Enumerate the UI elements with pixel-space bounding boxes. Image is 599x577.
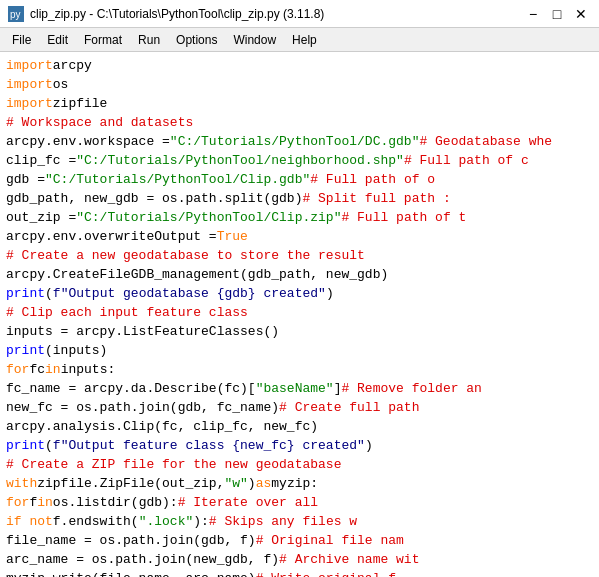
code-line: with zipfile.ZipFile(out_zip, "w") as my…: [6, 474, 593, 493]
code-token: if not: [6, 512, 53, 531]
code-token: inputs:: [61, 360, 116, 379]
code-token: print: [6, 341, 45, 360]
code-token: ): [326, 284, 334, 303]
code-token: arcpy.env.workspace =: [6, 132, 170, 151]
title-bar-left: py clip_zip.py - C:\Tutorials\PythonTool…: [8, 6, 324, 22]
code-token: # Workspace and datasets: [6, 113, 193, 132]
code-token: ):: [193, 512, 209, 531]
code-token: # Skips any files w: [209, 512, 357, 531]
code-token: # Clip each input feature class: [6, 303, 248, 322]
code-token: # Full path of c: [404, 151, 529, 170]
code-token: f"Output feature class {new_fc} created": [53, 436, 365, 455]
code-token: f.endswith(: [53, 512, 139, 531]
code-token: in: [37, 493, 53, 512]
maximize-button[interactable]: □: [547, 6, 567, 22]
code-token: fc: [29, 360, 45, 379]
window-controls: − □ ✕: [523, 6, 591, 22]
code-token: "C:/Tutorials/PythonTool/Clip.gdb": [45, 170, 310, 189]
code-line: # Create a ZIP file for the new geodatab…: [6, 455, 593, 474]
code-token: os: [53, 75, 69, 94]
menu-item-window[interactable]: Window: [225, 31, 284, 49]
code-line: arcpy.CreateFileGDB_management(gdb_path,…: [6, 265, 593, 284]
code-token: # Full path of t: [341, 208, 466, 227]
menu-item-options[interactable]: Options: [168, 31, 225, 49]
code-token: zipfile.ZipFile(out_zip,: [37, 474, 224, 493]
code-token: (inputs): [45, 341, 107, 360]
code-line: fc_name = arcpy.da.Describe(fc)["baseNam…: [6, 379, 593, 398]
code-line: arcpy.analysis.Clip(fc, clip_fc, new_fc): [6, 417, 593, 436]
code-token: # Geodatabase whe: [419, 132, 552, 151]
code-token: arcpy.env.overwriteOutput =: [6, 227, 217, 246]
code-token: arc_name = os.path.join(new_gdb, f): [6, 550, 279, 569]
code-line: arcpy.env.overwriteOutput = True: [6, 227, 593, 246]
code-token: ]: [334, 379, 342, 398]
code-token: import: [6, 75, 53, 94]
code-line: print(f"Output feature class {new_fc} cr…: [6, 436, 593, 455]
code-token: # Original file nam: [256, 531, 404, 550]
code-token: clip_fc =: [6, 151, 76, 170]
code-token: in: [45, 360, 61, 379]
code-token: myzip.write(file_name, arc_name): [6, 569, 256, 577]
code-token: arcpy: [53, 56, 92, 75]
code-token: with: [6, 474, 37, 493]
code-token: ): [365, 436, 373, 455]
code-line: new_fc = os.path.join(gdb, fc_name) # Cr…: [6, 398, 593, 417]
code-line: import os: [6, 75, 593, 94]
code-token: # Full path of o: [310, 170, 435, 189]
code-token: ): [248, 474, 256, 493]
code-token: f: [29, 493, 37, 512]
code-line: # Workspace and datasets: [6, 113, 593, 132]
code-token: # Iterate over all: [178, 493, 318, 512]
code-editor[interactable]: import arcpyimport osimport zipfile# Wor…: [0, 52, 599, 577]
code-line: arc_name = os.path.join(new_gdb, f) # Ar…: [6, 550, 593, 569]
code-token: arcpy.CreateFileGDB_management(gdb_path,…: [6, 265, 388, 284]
code-token: "baseName": [256, 379, 334, 398]
code-token: "C:/Tutorials/PythonTool/neighborhood.sh…: [76, 151, 404, 170]
code-line: file_name = os.path.join(gdb, f) # Origi…: [6, 531, 593, 550]
close-button[interactable]: ✕: [571, 6, 591, 22]
code-token: inputs = arcpy.ListFeatureClasses(): [6, 322, 279, 341]
code-token: # Remove folder an: [341, 379, 481, 398]
code-token: new_fc = os.path.join(gdb, fc_name): [6, 398, 279, 417]
menu-item-edit[interactable]: Edit: [39, 31, 76, 49]
code-line: if not f.endswith(".lock"): # Skips any …: [6, 512, 593, 531]
code-token: # Split full path :: [302, 189, 450, 208]
code-token: # Create a new geodatabase to store the …: [6, 246, 365, 265]
code-token: out_zip =: [6, 208, 76, 227]
code-line: import zipfile: [6, 94, 593, 113]
code-token: # Create a ZIP file for the new geodatab…: [6, 455, 341, 474]
code-line: myzip.write(file_name, arc_name) # Write…: [6, 569, 593, 577]
code-token: for: [6, 493, 29, 512]
code-line: gdb = "C:/Tutorials/PythonTool/Clip.gdb"…: [6, 170, 593, 189]
code-token: print: [6, 284, 45, 303]
code-token: print: [6, 436, 45, 455]
code-token: myzip:: [271, 474, 318, 493]
window-title: clip_zip.py - C:\Tutorials\PythonTool\cl…: [30, 7, 324, 21]
code-token: # Write original f: [256, 569, 396, 577]
code-line: out_zip = "C:/Tutorials/PythonTool/Clip.…: [6, 208, 593, 227]
menu-item-run[interactable]: Run: [130, 31, 168, 49]
code-token: file_name = os.path.join(gdb, f): [6, 531, 256, 550]
menu-item-file[interactable]: File: [4, 31, 39, 49]
code-line: # Create a new geodatabase to store the …: [6, 246, 593, 265]
code-token: zipfile: [53, 94, 108, 113]
menu-item-format[interactable]: Format: [76, 31, 130, 49]
code-token: # Archive name wit: [279, 550, 419, 569]
code-token: gdb_path, new_gdb = os.path.split(gdb): [6, 189, 302, 208]
code-line: import arcpy: [6, 56, 593, 75]
code-token: ".lock": [139, 512, 194, 531]
code-token: import: [6, 94, 53, 113]
title-bar: py clip_zip.py - C:\Tutorials\PythonTool…: [0, 0, 599, 28]
minimize-button[interactable]: −: [523, 6, 543, 22]
code-token: arcpy.analysis.Clip(fc, clip_fc, new_fc): [6, 417, 318, 436]
code-token: import: [6, 56, 53, 75]
code-token: "C:/Tutorials/PythonTool/Clip.zip": [76, 208, 341, 227]
code-line: # Clip each input feature class: [6, 303, 593, 322]
code-line: for f in os.listdir(gdb): # Iterate over…: [6, 493, 593, 512]
menu-bar: FileEditFormatRunOptionsWindowHelp: [0, 28, 599, 52]
menu-item-help[interactable]: Help: [284, 31, 325, 49]
code-line: gdb_path, new_gdb = os.path.split(gdb) #…: [6, 189, 593, 208]
code-token: # Create full path: [279, 398, 419, 417]
code-token: "C:/Tutorials/PythonTool/DC.gdb": [170, 132, 420, 151]
code-line: arcpy.env.workspace = "C:/Tutorials/Pyth…: [6, 132, 593, 151]
